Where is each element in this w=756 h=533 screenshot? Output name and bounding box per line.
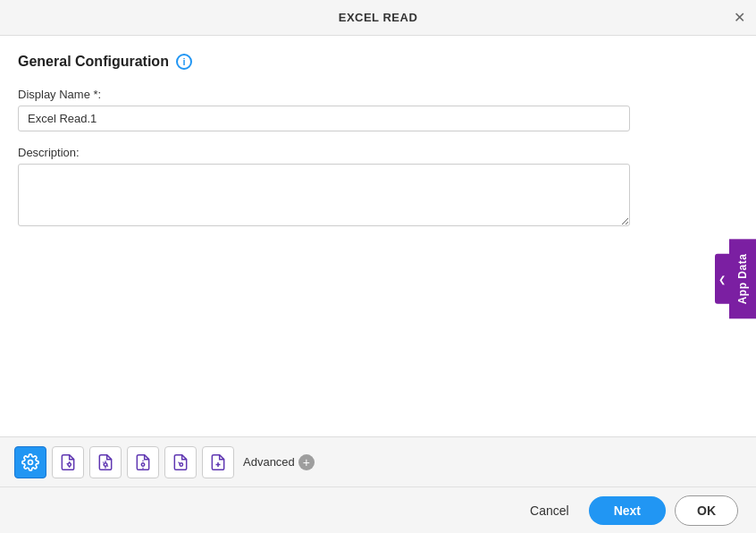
svg-point-5: [104, 462, 107, 466]
toolbar-file-settings-button[interactable]: [52, 446, 84, 478]
description-label: Description:: [18, 146, 738, 159]
dialog-content: General Configuration i Display Name *: …: [0, 36, 756, 436]
display-name-label: Display Name *:: [18, 88, 738, 101]
ok-button[interactable]: OK: [675, 495, 738, 526]
section-heading: General Configuration i: [18, 54, 738, 70]
advanced-button[interactable]: Advanced +: [243, 454, 315, 470]
advanced-plus-icon: +: [298, 454, 315, 470]
app-data-tab[interactable]: App Data: [729, 240, 756, 319]
next-button[interactable]: Next: [589, 496, 666, 525]
close-button[interactable]: ✕: [734, 11, 745, 25]
svg-point-1: [68, 462, 71, 465]
toolbar-file-export-button[interactable]: [89, 446, 122, 478]
dialog-header: EXCEL READ ✕: [0, 0, 756, 36]
dialog-footer: Cancel Next OK: [0, 486, 756, 533]
cancel-button[interactable]: Cancel: [519, 498, 580, 523]
svg-line-10: [179, 461, 181, 463]
toolbar-file-add-button[interactable]: [202, 446, 234, 478]
description-group: Description:: [18, 146, 738, 230]
info-icon[interactable]: i: [176, 54, 192, 70]
dialog-toolbar: Advanced +: [0, 436, 756, 486]
advanced-label: Advanced: [243, 455, 295, 469]
display-name-input[interactable]: [18, 106, 630, 131]
svg-point-0: [29, 460, 33, 464]
svg-line-4: [67, 463, 68, 464]
display-name-group: Display Name *:: [18, 88, 738, 131]
dialog-title: EXCEL READ: [339, 11, 418, 24]
app-data-chevron[interactable]: ❮: [715, 254, 729, 304]
toolbar-settings-button[interactable]: [14, 446, 46, 478]
toolbar-file-edit-button[interactable]: [164, 446, 197, 478]
excel-read-dialog: EXCEL READ ✕ General Configuration i Dis…: [0, 0, 756, 533]
toolbar-file-import-button[interactable]: [127, 446, 159, 478]
svg-point-6: [141, 462, 144, 465]
description-input[interactable]: [18, 164, 630, 226]
section-heading-text: General Configuration: [18, 54, 169, 70]
svg-point-9: [180, 462, 182, 465]
